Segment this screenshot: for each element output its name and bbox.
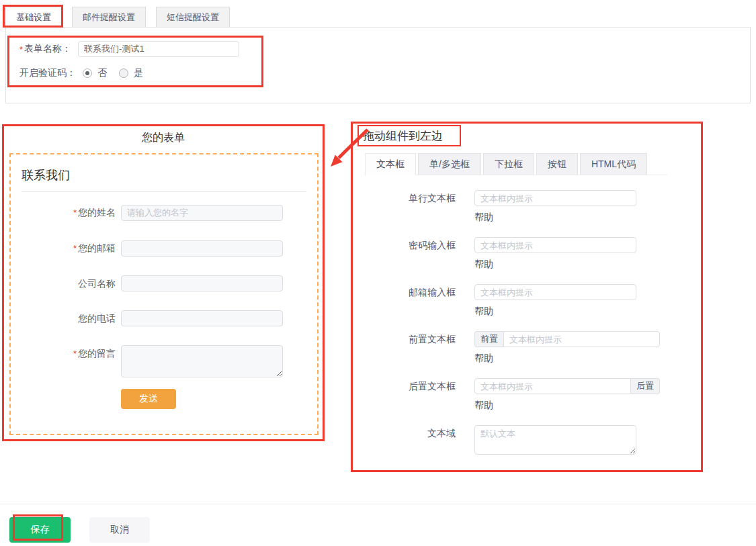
component-label: 邮箱输入框 — [362, 284, 474, 300]
form-name-input[interactable] — [78, 41, 239, 57]
preview-field-row: *您的姓名 — [22, 204, 306, 221]
single-line-textbox-input[interactable] — [474, 190, 636, 206]
tab-button[interactable]: 按钮 — [536, 153, 578, 175]
preview-field-row: *您的邮箱 — [22, 240, 306, 257]
preview-field-row: 公司名称 — [22, 275, 306, 291]
field-label: *您的留言 — [22, 345, 116, 362]
preview-email-input[interactable] — [121, 240, 283, 257]
preview-message-textarea[interactable] — [121, 345, 283, 377]
captcha-radio-yes-label[interactable]: 是 — [134, 67, 143, 79]
component-help-text: 帮助 — [474, 259, 711, 270]
preview-panel-title: 您的表单 — [2, 131, 325, 145]
send-row: 发送 — [121, 389, 306, 409]
suffix-textbox-input[interactable] — [474, 378, 631, 394]
component-label: 文本域 — [362, 425, 474, 441]
preview-fields: *您的姓名 *您的邮箱 公司名称 您的电话 *您的留言 发送 — [22, 204, 306, 409]
component-row-textarea[interactable]: 文本域 — [362, 425, 711, 455]
basic-settings-panel: * 表单名称： 开启验证码： 否 是 — [5, 27, 751, 103]
component-row-single-line[interactable]: 单行文本框 — [362, 190, 711, 206]
form-preview-dropzone[interactable]: 联系我们 *您的姓名 *您的邮箱 公司名称 您的电话 *您的留言 — [9, 153, 319, 435]
component-help-text: 帮助 — [474, 212, 711, 223]
component-row-prefix[interactable]: 前置文本框 前置 — [362, 331, 711, 347]
component-panel-title: 拖动组件到左边 — [363, 128, 443, 144]
field-label-text: 您的姓名 — [78, 207, 116, 218]
component-label: 后置文本框 — [362, 378, 474, 394]
component-help-text: 帮助 — [474, 400, 711, 411]
component-row-suffix[interactable]: 后置文本框 后置 — [362, 378, 711, 394]
component-list: 单行文本框 帮助 密码输入框 帮助 邮箱输入框 帮助 前置文本框 前置 帮助 后… — [362, 190, 711, 455]
field-label: 公司名称 — [22, 275, 116, 291]
field-label-text: 公司名称 — [78, 278, 116, 289]
component-row-password[interactable]: 密码输入框 — [362, 237, 711, 253]
captcha-radio-yes[interactable] — [119, 69, 128, 78]
required-asterisk: * — [73, 208, 77, 218]
tab-checkbox-radio[interactable]: 单/多选框 — [418, 153, 481, 175]
required-asterisk: * — [19, 44, 23, 54]
tab-html-code[interactable]: HTML代码 — [580, 153, 647, 175]
required-asterisk: * — [73, 243, 77, 253]
captcha-label: 开启验证码： — [19, 67, 76, 79]
form-builder-page: 基础设置 邮件提醒设置 短信提醒设置 * 表单名称： 开启验证码： 否 是 您的… — [0, 0, 756, 546]
tab-dropdown[interactable]: 下拉框 — [483, 153, 534, 175]
required-asterisk: * — [73, 349, 77, 359]
component-label: 前置文本框 — [362, 331, 474, 347]
form-name-row: * 表单名称： — [19, 41, 239, 57]
preview-field-row: *您的留言 — [22, 345, 306, 377]
preview-phone-input[interactable] — [121, 310, 283, 326]
field-label-text: 您的留言 — [78, 348, 116, 359]
prefix-textbox-input[interactable] — [503, 331, 660, 347]
component-label: 单行文本框 — [362, 190, 474, 206]
captcha-radio-no[interactable] — [83, 69, 92, 78]
cancel-button[interactable]: 取消 — [89, 517, 150, 543]
captcha-row: 开启验证码： 否 是 — [19, 67, 155, 79]
preview-form-heading: 联系我们 — [22, 167, 306, 192]
component-label: 密码输入框 — [362, 237, 474, 253]
tab-basic-settings[interactable]: 基础设置 — [5, 7, 62, 28]
preview-name-input[interactable] — [121, 205, 283, 221]
field-label-text: 您的电话 — [78, 313, 116, 324]
textarea-component[interactable] — [474, 425, 636, 455]
preview-field-row: 您的电话 — [22, 310, 306, 326]
send-button[interactable]: 发送 — [121, 389, 176, 409]
password-input-box[interactable] — [474, 237, 636, 253]
captcha-radio-no-label[interactable]: 否 — [97, 67, 107, 79]
component-tab-bar: 文本框 单/多选框 下拉框 按钮 HTML代码 — [365, 153, 647, 175]
suffix-addon: 后置 — [631, 378, 660, 394]
field-label: *您的邮箱 — [22, 240, 116, 257]
tab-sms-reminder-settings[interactable]: 短信提醒设置 — [156, 7, 230, 27]
tab-email-reminder-settings[interactable]: 邮件提醒设置 — [72, 7, 146, 27]
email-input-box[interactable] — [474, 284, 636, 300]
settings-tab-bar: 基础设置 邮件提醒设置 短信提醒设置 — [5, 7, 230, 28]
footer-divider — [0, 504, 756, 504]
prefix-addon: 前置 — [474, 331, 503, 347]
field-label: *您的姓名 — [22, 204, 116, 221]
field-label: 您的电话 — [22, 310, 116, 326]
tab-textbox[interactable]: 文本框 — [365, 153, 416, 175]
prefix-textbox-group: 前置 — [474, 331, 660, 347]
save-button[interactable]: 保存 — [9, 517, 71, 543]
component-help-text: 帮助 — [474, 306, 711, 317]
component-help-text: 帮助 — [474, 353, 711, 364]
field-label-text: 您的邮箱 — [78, 242, 116, 253]
suffix-textbox-group: 后置 — [474, 378, 660, 394]
preview-company-input[interactable] — [121, 275, 283, 291]
form-name-label: 表单名称： — [24, 43, 71, 55]
component-row-email[interactable]: 邮箱输入框 — [362, 284, 711, 300]
